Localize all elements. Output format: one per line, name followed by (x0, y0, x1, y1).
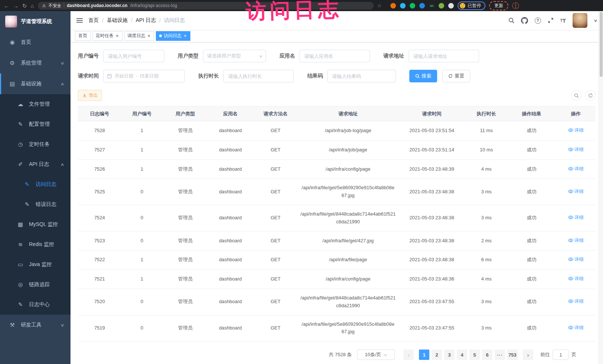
eye-icon (568, 299, 573, 304)
page-button-5[interactable]: 5 (469, 350, 480, 360)
sidebar-item-java[interactable]: ▭Java 监控 (0, 255, 71, 275)
breadcrumb-infra[interactable]: 基础设施 (107, 17, 128, 24)
column-header-id: 日志编号 (78, 106, 121, 121)
duration-input[interactable] (223, 70, 294, 82)
scrollbar-thumb[interactable] (600, 12, 603, 77)
sidebar-item-home[interactable]: ◉首页 (0, 32, 71, 53)
extension-an-icon[interactable]: an (429, 3, 435, 9)
tags-view-tab-1[interactable]: 定时任务× (92, 31, 122, 41)
next-page-button[interactable]: › (523, 350, 533, 360)
sidebar-item-log-center[interactable]: ✎日志中心 (0, 295, 71, 315)
page-jump-input[interactable] (553, 350, 569, 360)
sidebar-item-trace[interactable]: ◎链路追踪 (0, 275, 71, 295)
fullscreen-icon[interactable] (548, 17, 554, 23)
cell-action: 详细 (556, 315, 596, 341)
sidebar-item-error-log[interactable]: ✎错误日志 (0, 194, 71, 214)
detail-link[interactable]: 详细 (568, 298, 584, 305)
sidebar-item-system[interactable]: ⚙系统管理∨ (0, 53, 71, 73)
close-icon[interactable]: × (183, 33, 187, 38)
extension-leaf-icon[interactable] (439, 3, 444, 9)
extension-orange-icon[interactable] (390, 3, 396, 9)
sidebar-item-redis[interactable]: ≋Redis 监控 (0, 235, 71, 255)
search-button[interactable]: 搜索 (409, 70, 437, 82)
app-name-input[interactable] (299, 50, 370, 62)
browser-back-icon[interactable]: ← (4, 3, 9, 9)
detail-link[interactable]: 详细 (568, 275, 584, 282)
cell-user_id: 0 (121, 205, 163, 231)
sidebar-item-file[interactable]: ☁文件管理 (0, 94, 71, 114)
sidebar-item-infra[interactable]: ▤基础设施∧ (0, 73, 71, 94)
date-range-picker[interactable]: 开始日期 - 结束日期 (103, 70, 185, 82)
sidebar-toggle[interactable] (71, 11, 88, 30)
cell-app: dashboard (208, 270, 253, 289)
app-logo[interactable]: 芋道管理系统 (0, 11, 71, 32)
page-button-3[interactable]: 3 (444, 350, 455, 360)
chevron-down-icon[interactable]: ∨ (593, 18, 598, 23)
extensions-puzzle-icon[interactable] (448, 3, 454, 9)
detail-link[interactable]: 详细 (568, 146, 584, 153)
tags-view-tab-3[interactable]: 访问日志× (156, 31, 190, 41)
user-id-input[interactable] (103, 50, 164, 62)
result-code-input[interactable] (327, 70, 396, 82)
breadcrumb-api-log[interactable]: API 日志 (136, 17, 156, 24)
extension-blue-squares-icon[interactable] (419, 3, 425, 9)
sidebar-item-job[interactable]: ◷定时任务 (0, 134, 71, 154)
hide-search-button[interactable] (571, 90, 581, 101)
cell-action: 详细 (556, 250, 596, 270)
detail-link[interactable]: 详细 (568, 165, 584, 173)
breadcrumb-home[interactable]: 首页 (88, 17, 99, 24)
page-button-753[interactable]: 753 (507, 350, 518, 360)
page-size-select[interactable]: 10条/页 ∨ (357, 350, 395, 360)
scrollbar[interactable] (599, 11, 603, 364)
browser-home-icon[interactable]: ⌂ (31, 3, 34, 9)
detail-link[interactable]: 详细 (568, 256, 584, 263)
cell-method: GET (253, 205, 298, 231)
sidebar-item-access-log[interactable]: ✎访问日志 (0, 174, 71, 194)
page-button-6[interactable]: 6 (482, 350, 492, 360)
request-url-input[interactable] (409, 50, 479, 62)
extension-shield-icon[interactable] (400, 3, 406, 9)
close-icon[interactable]: × (115, 33, 119, 38)
refresh-button[interactable] (585, 90, 596, 101)
tags-view-tab-2[interactable]: 调度日志× (124, 31, 154, 41)
chevron-down-icon: ∨ (384, 353, 388, 357)
detail-link[interactable]: 详细 (568, 324, 584, 331)
prev-page-button[interactable]: ‹ (403, 350, 414, 360)
access-log-table: 日志编号用户编号用户类型应用名请求方法名请求地址请求时间执行时长操作结果操作 7… (78, 106, 596, 341)
address-bar[interactable]: ⚠ 不安全 dashboard.yudao.iocoder.cn /infra/… (38, 2, 374, 10)
reset-button[interactable]: 重置 (442, 70, 470, 82)
close-icon[interactable]: × (147, 33, 151, 38)
sidebar-item-api-log[interactable]: ✐API 日志∧ (0, 154, 71, 174)
cell-app: dashboard (208, 231, 253, 250)
sidebar-item-config[interactable]: ✎配置管理 (0, 114, 71, 134)
search-icon[interactable] (508, 17, 514, 23)
bookmark-star-icon[interactable]: ☆ (377, 3, 382, 8)
table-head: 日志编号用户编号用户类型应用名请求方法名请求地址请求时间执行时长操作结果操作 (78, 106, 596, 121)
tags-view-tab-0[interactable]: 首页 (75, 31, 91, 41)
sidebar: 芋道管理系统 ◉首页⚙系统管理∨▤基础设施∧☁文件管理✎配置管理◷定时任务✐AP… (0, 11, 71, 364)
detail-link[interactable]: 详细 (568, 214, 584, 221)
browser-menu-icon[interactable]: ⋮ (512, 2, 519, 9)
help-icon[interactable]: ? (535, 17, 541, 24)
user-avatar[interactable] (573, 13, 587, 28)
export-button[interactable]: 导出 (78, 90, 102, 101)
sidebar-item-dev-tools[interactable]: ⚒研发工具∨ (0, 315, 71, 335)
pager-ellipsis[interactable]: ··· (495, 350, 505, 360)
sidebar-item-mysql[interactable]: ▦MySQL 监控 (0, 214, 71, 235)
extension-wechat-icon[interactable] (410, 3, 415, 9)
cell-method: GET (253, 315, 298, 341)
page-button-1[interactable]: 1 (419, 350, 429, 360)
update-button[interactable]: 更新 (489, 1, 508, 10)
detail-link[interactable]: 详细 (568, 237, 584, 244)
font-size-icon[interactable]: TT (560, 17, 566, 24)
detail-link[interactable]: 详细 (568, 188, 584, 195)
page-button-4[interactable]: 4 (457, 350, 467, 360)
browser-forward-icon[interactable]: → (13, 3, 19, 9)
page-button-2[interactable]: 2 (432, 350, 442, 360)
page-content: 用户编号 用户类型 请选择用户类型 ∨ 应用名 (71, 42, 603, 364)
detail-link[interactable]: 详细 (568, 127, 584, 134)
browser-reload-icon[interactable]: ↻ (22, 3, 27, 9)
user-type-select[interactable]: 请选择用户类型 ∨ (203, 50, 266, 62)
profile-chip[interactable]: 已暂停 (458, 1, 485, 10)
github-icon[interactable] (521, 17, 528, 24)
